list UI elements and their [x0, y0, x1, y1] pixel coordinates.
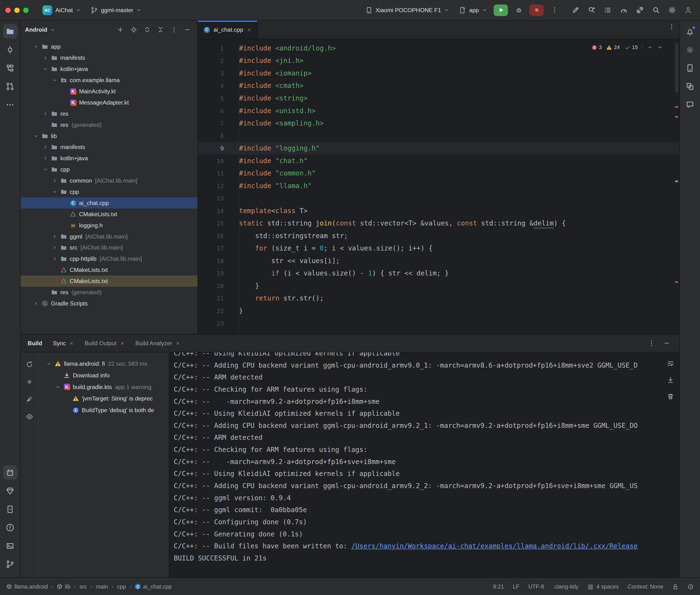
scroll-to-end-icon[interactable] — [665, 374, 676, 386]
chevron-right-icon[interactable] — [52, 245, 58, 250]
error-stripe-mark[interactable] — [675, 116, 678, 118]
chevron-right-icon[interactable] — [33, 301, 39, 306]
project-selector[interactable]: AC AiChat — [38, 3, 85, 17]
chevron-right-icon[interactable] — [42, 156, 48, 161]
line-number[interactable]: 1 — [198, 42, 239, 55]
tree-item-cpp-httplib[interactable]: cpp-httplib [AiChat.lib.main] — [21, 253, 197, 264]
tree-item-mainactivity-kt[interactable]: KMainActivity.kt — [21, 86, 197, 97]
locate-file-icon[interactable] — [128, 24, 139, 35]
chevron-down-icon[interactable] — [46, 361, 52, 366]
soft-wrap-icon[interactable] — [665, 358, 676, 369]
more-options-icon[interactable] — [168, 24, 179, 35]
line-number[interactable]: 13 — [198, 192, 239, 205]
hide-panel-icon[interactable] — [661, 337, 672, 349]
error-stripe-mark[interactable] — [675, 106, 678, 108]
line-number[interactable]: 11 — [198, 167, 239, 179]
minimize-window-button[interactable] — [14, 7, 20, 13]
line-number[interactable]: 17 — [198, 242, 239, 255]
line-number[interactable]: 10 — [198, 154, 239, 167]
close-tab-icon[interactable] — [247, 27, 251, 32]
more-tool-windows-icon[interactable] — [3, 97, 17, 112]
status-caret-position[interactable]: 9:21 — [493, 583, 504, 590]
code-line-21[interactable]: 21 return str.str(); — [198, 292, 679, 305]
hide-panel-icon[interactable] — [181, 24, 193, 35]
tree-item-llama-android-fi[interactable]: llama.android: fi22 sec, 583 ms — [38, 358, 169, 369]
tree-item-lib[interactable]: lib — [21, 131, 197, 142]
tree-item-cmakelists-txt[interactable]: CMakeLists.txt — [21, 208, 197, 220]
profiler-icon[interactable] — [617, 4, 630, 17]
code-line-5[interactable]: 5#include <string> — [198, 92, 679, 105]
code-line-15[interactable]: 15static std::string join(const std::vec… — [198, 217, 679, 230]
line-number[interactable]: 16 — [198, 229, 239, 242]
tree-item-manifests[interactable]: manifests — [21, 142, 197, 153]
tree-item-messageadapter-kt[interactable]: KMessageAdapter.kt — [21, 97, 197, 108]
chevron-down-icon[interactable] — [52, 189, 58, 194]
line-number[interactable]: 6 — [198, 105, 239, 117]
error-count[interactable]: 3 — [591, 44, 602, 51]
tree-item-res[interactable]: res — [21, 108, 197, 119]
line-number[interactable]: 15 — [198, 217, 239, 230]
tree-item-ai-chat-cpp[interactable]: Cai_chat.cpp — [21, 197, 197, 208]
breadcrumb-ai-chat-cpp[interactable]: Cai_chat.cpp — [135, 583, 172, 590]
next-problem-icon[interactable] — [657, 45, 663, 50]
code-line-12[interactable]: 12#include "llama.h" — [198, 179, 679, 192]
build-variants-icon[interactable] — [3, 484, 17, 498]
more-actions-button[interactable] — [547, 4, 562, 16]
line-number[interactable]: 14 — [198, 204, 239, 217]
tree-item-logging-h[interactable]: Hlogging.h — [21, 220, 197, 231]
tree-item-download-info[interactable]: Download info — [38, 369, 169, 381]
status-clang-tidy[interactable]: .clang-tidy — [553, 583, 579, 590]
code-line-6[interactable]: 6#include <unistd.h> — [198, 105, 679, 117]
status-indent-config[interactable]: 4 spaces — [588, 583, 619, 590]
close-tab-icon[interactable] — [120, 341, 124, 345]
status-encoding[interactable]: UTF-8 — [528, 583, 544, 590]
code-line-14[interactable]: 14template<class T> — [198, 204, 679, 217]
code-line-11[interactable]: 11#include "common.h" — [198, 167, 679, 179]
inspect-icon[interactable] — [23, 411, 35, 423]
line-number[interactable]: 5 — [198, 92, 239, 105]
tree-item-com-example-llama[interactable]: com.example.llama — [21, 75, 197, 86]
build-tab-sync[interactable]: Sync — [53, 335, 74, 352]
chevron-right-icon[interactable] — [42, 55, 48, 60]
ai-assistant-icon[interactable] — [569, 4, 582, 17]
line-number[interactable]: 22 — [198, 305, 239, 317]
tree-item-buildtype-debug-is-both-de[interactable]: BuildType 'debug' is both de — [38, 404, 169, 416]
tree-item-ggml[interactable]: ggml [AiChat.lib.main] — [21, 231, 197, 242]
chevron-down-icon[interactable] — [42, 66, 48, 72]
build-tab-build-analyzer[interactable]: Build Analyzer — [135, 335, 180, 352]
device-selector[interactable]: Xiaomi POCOPHONE F1 — [361, 5, 453, 16]
typo-count[interactable]: 15 — [624, 44, 638, 51]
tree-item-manifests[interactable]: manifests — [21, 52, 197, 63]
tree-item-res[interactable]: res (generated) — [21, 287, 197, 298]
structure-icon[interactable] — [3, 61, 17, 75]
line-number[interactable]: 20 — [198, 280, 239, 292]
run-config-selector[interactable]: app — [455, 5, 491, 16]
chevron-down-icon[interactable] — [42, 167, 48, 172]
tree-item-kotlin-java[interactable]: kotlin+java — [21, 152, 197, 164]
tree-item-cpp[interactable]: cpp — [21, 186, 197, 197]
line-number[interactable]: 18 — [198, 255, 239, 267]
app-insights-icon[interactable] — [683, 97, 697, 112]
error-stripe[interactable] — [673, 39, 679, 334]
stop-disabled-icon[interactable] — [23, 376, 35, 388]
code-line-7[interactable]: 7#include <sampling.h> — [198, 117, 679, 130]
line-number[interactable]: 12 — [198, 179, 239, 192]
plugins-icon[interactable] — [633, 4, 646, 17]
code-line-3[interactable]: 3#include <iomanip> — [198, 67, 679, 80]
chevron-right-icon[interactable] — [52, 256, 58, 261]
code-line-20[interactable]: 20 } — [198, 280, 679, 292]
code-line-2[interactable]: 2#include <jni.h> — [198, 55, 679, 67]
expand-all-icon[interactable] — [141, 24, 153, 35]
code-line-19[interactable]: 19 if (i < values.size() - 1) { str << d… — [198, 267, 679, 280]
chevron-right-icon[interactable] — [42, 111, 48, 116]
profile-avatar-icon[interactable] — [681, 4, 695, 17]
code-editor[interactable]: 1#include <android/log.h>2#include <jni.… — [198, 39, 679, 334]
stop-button[interactable] — [529, 4, 544, 16]
breadcrumb-lib[interactable]: lib — [57, 583, 71, 590]
warning-count[interactable]: 24 — [607, 44, 620, 51]
layout-inspector-icon[interactable] — [683, 79, 697, 93]
code-line-13[interactable]: 13 — [198, 192, 679, 205]
chevron-right-icon[interactable] — [42, 145, 48, 150]
notifications-bell-icon[interactable] — [683, 24, 697, 38]
error-stripe-mark[interactable] — [675, 281, 678, 283]
